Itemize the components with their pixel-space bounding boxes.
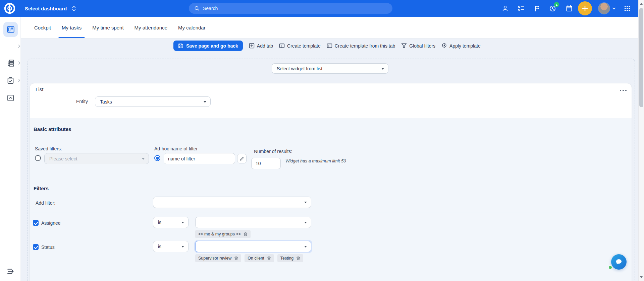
expand-chevron-icon[interactable] (17, 79, 21, 82)
tab-cockpit[interactable]: Cockpit (30, 17, 55, 38)
swap-updown-icon (71, 6, 76, 11)
basic-attributes-heading: Basic attributes (34, 126, 71, 132)
entity-dropdown[interactable]: Tasks (95, 96, 211, 107)
calendar-icon (566, 5, 573, 12)
expand-chevron-icon[interactable] (17, 61, 21, 65)
tab-my-calendar[interactable]: My calendar (174, 17, 210, 38)
search-input[interactable]: Search (189, 3, 392, 14)
notification-badge: 1 (554, 2, 559, 7)
global-filters-button[interactable]: Global filters (401, 41, 435, 51)
tab-my-attendance[interactable]: My attendance (130, 17, 171, 38)
status-operator-dropdown[interactable]: is (153, 241, 189, 252)
assignee-filter-checkbox[interactable] (33, 220, 39, 226)
saved-filters-dropdown[interactable]: Please select (44, 153, 149, 164)
status-filter-label: Status (41, 244, 55, 250)
chat-bubble-icon (615, 258, 623, 266)
trash-icon[interactable] (244, 232, 248, 236)
filter-value-tag-label: On client (248, 256, 264, 261)
assignee-value-dropdown[interactable] (195, 217, 311, 228)
apply-template-button[interactable]: Apply template (441, 41, 481, 51)
filter-value-tag: Testing (277, 254, 304, 262)
tab-my-time-spent[interactable]: My time spent (88, 17, 127, 38)
tree-structure-icon (7, 60, 14, 67)
trash-icon[interactable] (234, 256, 238, 261)
sidebar-item-approvals[interactable] (3, 73, 18, 88)
dashboard-selector-label: Select dashboard (25, 6, 67, 11)
filter-value-tag: << me & my groups >> (195, 230, 251, 238)
sidebar-item-dashboards[interactable] (3, 22, 18, 37)
results-group-divider (250, 141, 347, 141)
status-filter-tags: Supervisor reviewOn clientTesting (195, 254, 303, 262)
app-logo[interactable] (4, 3, 15, 14)
filter-value-tag-label: Supervisor review (198, 256, 231, 261)
entity-label: Entity (67, 99, 88, 104)
chevron-down-icon (612, 6, 616, 11)
create-template-button[interactable]: Create template (279, 41, 321, 51)
saved-filters-label: Saved filters: (35, 146, 62, 151)
filter-value-tag-label: Testing (280, 256, 294, 261)
create-template-from-tab-button[interactable]: Create template from this tab (327, 41, 395, 51)
person-icon (502, 5, 508, 12)
chat-widget-button[interactable] (611, 254, 627, 270)
scrollbar-down-arrow[interactable] (640, 276, 643, 278)
pencil-icon (239, 156, 244, 161)
apps-grid-button[interactable] (622, 3, 633, 14)
save-page-button[interactable]: Save page and go back (173, 41, 243, 51)
people-button[interactable] (499, 3, 511, 14)
sidebar-collapse-button[interactable] (3, 264, 18, 279)
adhoc-filter-name-label: Ad-hoc name of filter (154, 146, 198, 151)
checklist-icon (518, 5, 525, 12)
tasks-button[interactable] (516, 3, 527, 14)
add-tab-icon (249, 43, 255, 49)
search-placeholder: Search (203, 6, 218, 11)
adhoc-filter-radio[interactable] (154, 155, 160, 161)
results-limit-note: Widget has a maximum limit 50 (285, 158, 346, 163)
saved-filters-radio[interactable] (35, 155, 41, 161)
assignee-operator-dropdown[interactable]: is (153, 217, 189, 228)
flag-button[interactable] (531, 3, 543, 14)
assignee-filter-tags: << me & my groups >> (195, 230, 251, 238)
status-filter-checkbox[interactable] (33, 244, 39, 250)
user-avatar[interactable] (598, 2, 610, 14)
add-tab-button[interactable]: Add tab (249, 41, 273, 51)
widget-menu-button[interactable] (617, 87, 629, 94)
edit-filter-name-button[interactable] (237, 154, 247, 163)
sidebar-item-archive[interactable] (3, 90, 18, 105)
status-value-dropdown[interactable] (195, 241, 311, 252)
funnel-icon (401, 43, 407, 49)
widget-settings-section (30, 118, 632, 281)
scrollbar-thumb[interactable] (639, 8, 643, 107)
plus-icon (582, 5, 588, 12)
grid-apps-icon (624, 5, 631, 12)
topbar: Select dashboard Search (0, 0, 638, 17)
lightbulb-icon (441, 43, 447, 49)
template-icon (327, 43, 332, 49)
filters-divider (30, 212, 632, 212)
add-filter-label: Add filter: (36, 200, 55, 206)
collapse-sidebar-icon (7, 268, 15, 275)
adhoc-filter-name-input[interactable] (164, 153, 235, 164)
widget-selector-dropdown[interactable]: Select widget from list: (272, 63, 388, 74)
filter-value-tag: On client (245, 254, 274, 262)
edit-toolbar: Save page and go back Add tab Create tem… (173, 41, 481, 51)
sidebar-item-structure[interactable] (3, 56, 18, 70)
scrollbar-up-arrow[interactable] (640, 3, 643, 5)
vertical-scrollbar[interactable] (638, 0, 644, 281)
number-of-results-label: Number of results: (254, 149, 292, 154)
profile-menu-chevron[interactable] (609, 3, 618, 14)
dashboard-selector[interactable]: Select dashboard (25, 0, 76, 17)
expand-chevron-icon[interactable] (17, 45, 21, 48)
tab-my-tasks[interactable]: My tasks (58, 17, 86, 38)
trash-icon[interactable] (296, 256, 300, 261)
box-chevron-up-icon (7, 94, 14, 101)
sidebar-divider (2, 280, 18, 280)
add-filter-dropdown[interactable] (153, 197, 311, 208)
clipboard-check-icon (7, 77, 14, 84)
number-of-results-input[interactable] (251, 158, 281, 169)
calendar-button[interactable] (564, 3, 575, 14)
quick-add-button[interactable] (578, 1, 592, 15)
trash-icon[interactable] (267, 256, 271, 261)
widget-title: List (36, 86, 43, 92)
filter-value-tag: Supervisor review (195, 254, 241, 262)
flag-icon (534, 5, 540, 12)
